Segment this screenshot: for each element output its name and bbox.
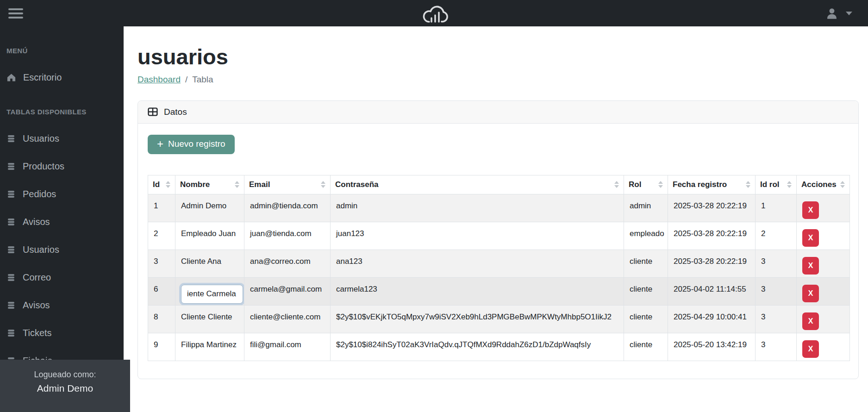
sort-icon bbox=[840, 181, 845, 188]
database-icon bbox=[6, 329, 16, 337]
sidebar-item-label: Usuarios bbox=[23, 133, 59, 144]
sidebar-item-label: Avisos bbox=[23, 217, 50, 227]
database-icon bbox=[6, 245, 16, 254]
person-icon bbox=[825, 7, 838, 20]
cell-id-rol: 3 bbox=[756, 277, 797, 305]
cell-acciones: X bbox=[797, 305, 850, 333]
cell-contrasena: ana123 bbox=[331, 250, 624, 277]
breadcrumb-dashboard-link[interactable]: Dashboard bbox=[137, 75, 181, 85]
sort-icon bbox=[235, 181, 239, 188]
cell-id-rol: 2 bbox=[756, 222, 797, 250]
home-icon bbox=[6, 73, 16, 82]
chevron-down-icon bbox=[846, 12, 852, 15]
delete-button[interactable]: X bbox=[802, 285, 819, 302]
column-header[interactable]: Acciones bbox=[797, 175, 850, 194]
sidebar-item-avisos[interactable]: Avisos bbox=[0, 208, 124, 236]
sidebar-item-usuarios[interactable]: Usuarios bbox=[0, 236, 124, 263]
delete-button[interactable]: X bbox=[802, 229, 819, 247]
column-header-label: Fecha registro bbox=[673, 180, 727, 189]
hamburger-menu-icon[interactable] bbox=[8, 6, 23, 21]
sidebar-item-productos[interactable]: Productos bbox=[0, 152, 124, 180]
card-title: Datos bbox=[164, 107, 187, 117]
delete-button[interactable]: X bbox=[802, 312, 819, 330]
user-menu[interactable] bbox=[825, 7, 852, 20]
cell-email: fili@gmail.com bbox=[244, 333, 331, 361]
sidebar-item-label: Escritorio bbox=[23, 72, 62, 83]
cell-email: cliente@cliente.com bbox=[244, 305, 331, 333]
cell-nombre bbox=[175, 277, 244, 305]
sidebar-item-usuarios[interactable]: Usuarios bbox=[0, 125, 124, 152]
delete-button[interactable]: X bbox=[802, 340, 819, 358]
table-row: 9 Filippa Martinez fili@gmail.com $2y$10… bbox=[148, 333, 850, 361]
cell-acciones: X bbox=[797, 333, 850, 361]
logged-in-user: Admin Demo bbox=[0, 383, 130, 394]
column-header[interactable]: Email bbox=[244, 175, 331, 194]
page-title: usuarios bbox=[137, 45, 859, 69]
cell-acciones: X bbox=[797, 277, 850, 305]
sidebar-item-label: Productos bbox=[23, 161, 64, 172]
column-header[interactable]: Rol bbox=[624, 175, 668, 194]
cell-rol: cliente bbox=[624, 277, 668, 305]
cell-id: 1 bbox=[148, 194, 175, 222]
sidebar-item-avisos[interactable]: Avisos bbox=[0, 291, 124, 319]
cell-rol: cliente bbox=[624, 333, 668, 361]
database-icon bbox=[6, 162, 16, 171]
topbar bbox=[0, 0, 868, 26]
cell-contrasena: juan123 bbox=[331, 222, 624, 250]
column-header[interactable]: Id rol bbox=[756, 175, 797, 194]
column-header[interactable]: Fecha registro bbox=[668, 175, 756, 194]
database-icon bbox=[6, 190, 16, 199]
column-header[interactable]: Id bbox=[148, 175, 175, 194]
new-record-button[interactable]: + Nuevo registro bbox=[148, 135, 235, 154]
cell-nombre: Admin Demo bbox=[175, 194, 244, 222]
card-header: Datos bbox=[138, 101, 858, 124]
sidebar-items: Usuarios Productos Pedidos bbox=[0, 125, 124, 375]
column-header[interactable]: Contraseña bbox=[331, 175, 624, 194]
cell-id-rol: 3 bbox=[756, 250, 797, 277]
cell-email: admin@tienda.com bbox=[244, 194, 331, 222]
sidebar-item-label: Correo bbox=[23, 272, 51, 283]
cell-acciones: X bbox=[797, 222, 850, 250]
cell-rol: empleado bbox=[624, 222, 668, 250]
users-table: Id Nombre Email Contraseña Rol Fecha reg… bbox=[148, 175, 850, 361]
column-header-label: Acciones bbox=[801, 180, 837, 189]
table-row: 6 carmela@gmail.com carmela123 cliente 2… bbox=[148, 277, 850, 305]
cell-rol: cliente bbox=[624, 250, 668, 277]
cell-id-rol: 3 bbox=[756, 333, 797, 361]
sidebar-section-tablas: TABLAS DISPONIBLES bbox=[0, 108, 124, 116]
table-body: 1 Admin Demo admin@tienda.com admin admi… bbox=[148, 194, 850, 361]
sidebar-item-pedidos[interactable]: Pedidos bbox=[0, 180, 124, 208]
delete-button[interactable]: X bbox=[802, 257, 819, 275]
table-row: 3 Cliente Ana ana@correo.com ana123 clie… bbox=[148, 250, 850, 277]
table-header-row: Id Nombre Email Contraseña Rol Fecha reg… bbox=[148, 175, 850, 194]
delete-button[interactable]: X bbox=[802, 201, 819, 219]
cell-fecha-registro: 2025-04-02 11:14:55 bbox=[668, 277, 756, 305]
cell-email: juan@tienda.com bbox=[244, 222, 331, 250]
sidebar-section-menu: MENÚ bbox=[0, 47, 124, 55]
cell-acciones: X bbox=[797, 194, 850, 222]
sidebar-item-correo[interactable]: Correo bbox=[0, 263, 124, 291]
database-icon bbox=[6, 301, 16, 310]
sidebar-item-label: Usuarios bbox=[23, 244, 59, 255]
cell-nombre: Filippa Martinez bbox=[175, 333, 244, 361]
cell-rol: admin bbox=[624, 194, 668, 222]
cell-id-rol: 1 bbox=[756, 194, 797, 222]
main-content: usuarios Dashboard / Tabla Datos + Nuevo… bbox=[124, 0, 868, 379]
column-header-label: Id bbox=[153, 180, 160, 189]
cell-id: 9 bbox=[148, 333, 175, 361]
cell-id: 8 bbox=[148, 305, 175, 333]
breadcrumb-current: Tabla bbox=[192, 75, 213, 85]
cell-nombre: Cliente Ana bbox=[175, 250, 244, 277]
cell-nombre: Empleado Juan bbox=[175, 222, 244, 250]
sidebar-item-escritorio[interactable]: Escritorio bbox=[0, 63, 124, 91]
sidebar-item-label: Tickets bbox=[23, 328, 52, 338]
nombre-edit-input[interactable] bbox=[181, 285, 243, 304]
sort-icon bbox=[746, 181, 750, 188]
breadcrumb-separator: / bbox=[185, 75, 187, 85]
column-header[interactable]: Nombre bbox=[175, 175, 244, 194]
cell-id-rol: 3 bbox=[756, 305, 797, 333]
database-icon bbox=[6, 273, 16, 282]
sidebar-item-tickets[interactable]: Tickets bbox=[0, 319, 124, 347]
sort-icon bbox=[321, 181, 325, 188]
cloud-bars-logo-icon bbox=[419, 3, 450, 26]
